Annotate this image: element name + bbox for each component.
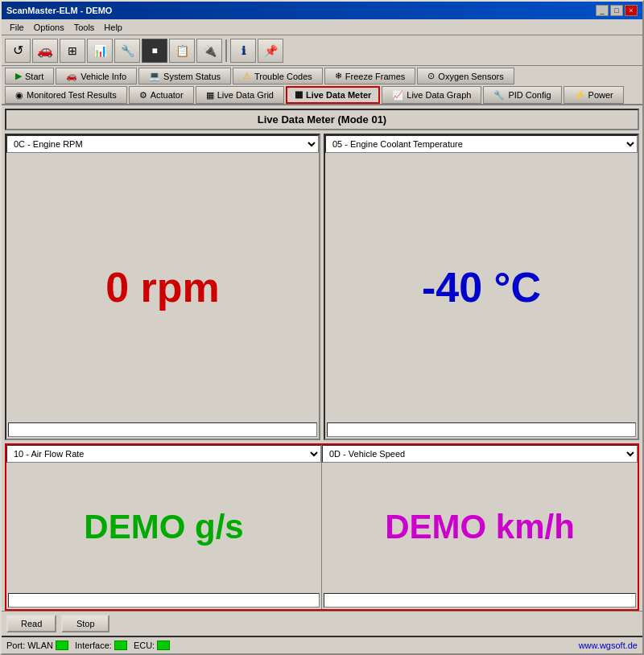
toolbar-btn-1[interactable]: ↺ (5, 39, 31, 63)
stop-button[interactable]: Stop (61, 615, 109, 632)
tab-oxygen-sensors-label: Oxygen Sensors (438, 72, 503, 81)
oxygen-sensors-icon: ⊙ (427, 71, 435, 81)
tab-row-2: ◉ Monitored Test Results ⚙ Actuator ▦ Li… (2, 84, 642, 105)
panel-title: Live Data Meter (Mode 01) (6, 110, 638, 129)
close-button[interactable]: × (625, 5, 638, 16)
toolbar-btn-7[interactable]: 📋 (169, 39, 195, 63)
meter-bottom-left: 10 - Air Flow Rate0C - Engine RPM05 - En… (6, 445, 322, 609)
meter-bar-bottom-left (8, 593, 320, 608)
toolbar-btn-pin[interactable]: 📌 (258, 39, 283, 63)
toolbar-btn-5[interactable]: 🔧 (114, 39, 140, 63)
tab-actuator[interactable]: ⚙ Actuator (129, 86, 194, 104)
tab-actuator-label: Actuator (151, 90, 184, 100)
live-data-graph-icon: 📈 (392, 90, 403, 101)
content-wrapper: ▶ Start 🚗 Vehicle Info 💻 System Status ⚠… (2, 66, 642, 653)
control-bar: Read Stop (2, 611, 642, 636)
tab-live-data-grid[interactable]: ▦ Live Data Grid (196, 86, 284, 104)
tab-vehicle-info[interactable]: 🚗 Vehicle Info (56, 68, 137, 84)
meter-value-area-top-left: 0 rpm (6, 153, 319, 421)
meter-value-area-top-right: -40 °C (325, 153, 638, 421)
tab-pid-config-label: PID Config (508, 90, 551, 100)
toolbar-btn-3[interactable]: ⊞ (60, 39, 85, 63)
tab-live-data-meter[interactable]: ▦ Live Data Meter (286, 86, 380, 104)
ecu-label: ECU: (134, 641, 155, 650)
tab-start[interactable]: ▶ Start (5, 68, 54, 84)
meter-value-rpm: 0 rpm (105, 263, 220, 311)
meter-bar-bottom-right (324, 593, 636, 608)
port-value: WLAN (27, 641, 53, 650)
app-window: ScanMaster-ELM - DEMO _ □ × File Options… (0, 0, 644, 655)
toolbar-btn-2[interactable]: 🚗 (32, 39, 58, 63)
tab-freeze-frames-label: Freeze Frames (345, 72, 406, 81)
toolbar-btn-info[interactable]: ℹ (230, 39, 256, 63)
interface-label: Interface: (75, 641, 112, 650)
status-bar: Port: WLAN Interface: ECU: www.wgsoft.de (2, 636, 642, 653)
live-data-grid-icon: ▦ (206, 90, 214, 101)
tab-system-status[interactable]: 💻 System Status (138, 68, 231, 84)
website-link[interactable]: www.wgsoft.de (579, 641, 638, 650)
maximize-button[interactable]: □ (610, 5, 623, 16)
tab-trouble-codes[interactable]: ⚠ Trouble Codes (233, 68, 323, 84)
meter-value-area-bottom-left: DEMO g/s (6, 463, 321, 591)
tab-row-1: ▶ Start 🚗 Vehicle Info 💻 System Status ⚠… (2, 66, 642, 84)
toolbar-btn-6[interactable]: ■ (142, 39, 167, 63)
port-label: Port: (6, 641, 25, 650)
tab-oxygen-sensors[interactable]: ⊙ Oxygen Sensors (417, 68, 514, 84)
toolbar-sep (225, 39, 227, 62)
tab-live-data-meter-label: Live Data Meter (306, 90, 371, 100)
menu-options[interactable]: Options (29, 21, 69, 34)
system-status-icon: 💻 (149, 71, 160, 81)
meter-top-right: 05 - Engine Coolant Temperature0C - Engi… (324, 134, 639, 440)
tab-live-data-graph-label: Live Data Graph (407, 90, 471, 100)
ecu-status: ECU: (134, 641, 170, 650)
vehicle-info-icon: 🚗 (66, 71, 77, 81)
dropdown-top-right[interactable]: 05 - Engine Coolant Temperature0C - Engi… (325, 135, 638, 153)
dropdown-top-left[interactable]: 0C - Engine RPM05 - Engine Coolant Tempe… (6, 135, 319, 153)
monitored-test-icon: ◉ (15, 90, 23, 101)
tab-trouble-codes-label: Trouble Codes (254, 72, 312, 81)
meter-value-speed: DEMO km/h (385, 508, 575, 546)
dropdown-bottom-left[interactable]: 10 - Air Flow Rate0C - Engine RPM05 - En… (6, 445, 321, 463)
meter-bottom-right: 0D - Vehicle Speed0C - Engine RPM05 - En… (322, 445, 638, 609)
ecu-led (157, 641, 170, 650)
tab-live-data-grid-label: Live Data Grid (217, 90, 274, 100)
menu-file[interactable]: File (5, 21, 29, 34)
read-button[interactable]: Read (6, 615, 56, 632)
tab-start-label: Start (25, 72, 43, 81)
toolbar-btn-4[interactable]: 📊 (87, 39, 113, 63)
tab-live-data-graph[interactable]: 📈 Live Data Graph (382, 86, 481, 104)
freeze-frames-icon: ❄ (335, 71, 342, 81)
window-controls: _ □ × (596, 5, 638, 16)
minimize-button[interactable]: _ (596, 5, 609, 16)
toolbar: ↺ 🚗 ⊞ 📊 🔧 ■ 📋 🔌 ℹ 📌 (2, 35, 642, 66)
trouble-codes-icon: ⚠ (243, 71, 251, 81)
tab-system-status-label: System Status (163, 72, 221, 81)
power-icon: ⚡ (574, 90, 585, 101)
meter-bar-top-left (8, 422, 317, 437)
meter-top-left: 0C - Engine RPM05 - Engine Coolant Tempe… (5, 134, 320, 440)
meter-value-area-bottom-right: DEMO km/h (322, 463, 638, 591)
tab-freeze-frames[interactable]: ❄ Freeze Frames (324, 68, 416, 84)
tab-vehicle-info-label: Vehicle Info (80, 72, 126, 81)
app-title: ScanMaster-ELM - DEMO (6, 6, 112, 15)
tab-pid-config[interactable]: 🔧 PID Config (483, 86, 561, 104)
toolbar-btn-8[interactable]: 🔌 (196, 39, 222, 63)
title-bar: ScanMaster-ELM - DEMO _ □ × (2, 2, 642, 19)
tab-monitored-test[interactable]: ◉ Monitored Test Results (5, 86, 127, 104)
tab-power-label: Power (588, 90, 613, 100)
menu-tools[interactable]: Tools (69, 21, 100, 34)
actuator-icon: ⚙ (139, 90, 147, 101)
dropdown-bottom-right[interactable]: 0D - Vehicle Speed0C - Engine RPM05 - En… (322, 445, 638, 463)
interface-led (114, 641, 127, 650)
menu-bar: File Options Tools Help (2, 19, 642, 35)
menu-help[interactable]: Help (99, 21, 127, 34)
meter-value-airflow: DEMO g/s (84, 508, 243, 546)
start-icon: ▶ (15, 71, 22, 81)
meter-value-temp: -40 °C (422, 263, 541, 311)
interface-status: Interface: (75, 641, 127, 650)
meter-bar-top-right (327, 422, 636, 437)
port-led (56, 641, 68, 650)
live-data-meter-icon: ▦ (295, 89, 303, 100)
tab-power[interactable]: ⚡ Power (564, 86, 624, 104)
port-status: Port: WLAN (6, 641, 68, 650)
